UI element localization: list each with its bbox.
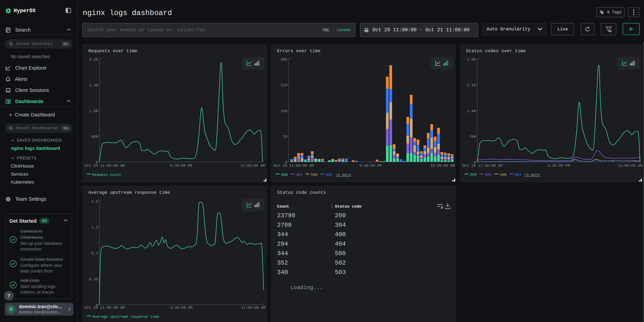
svg-text:+1 more: +1 more xyxy=(335,173,351,177)
svg-text:+3 more: +3 more xyxy=(524,173,540,177)
svg-text:2.4K: 2.4K xyxy=(89,83,98,88)
svg-text:11:00:00 AM: 11:00:00 AM xyxy=(241,306,266,310)
svg-text:1.1: 1.1 xyxy=(91,226,98,230)
svg-text:404: 404 xyxy=(296,173,303,177)
svg-text:400: 400 xyxy=(281,173,288,177)
svg-text:280: 280 xyxy=(280,58,287,62)
svg-text:294: 294 xyxy=(277,240,288,248)
svg-text:210: 210 xyxy=(280,83,287,88)
svg-text:344: 344 xyxy=(277,231,288,238)
svg-text:Oct 20 11:00:00 AM: Oct 20 11:00:00 AM xyxy=(84,306,125,310)
svg-text:200: 200 xyxy=(335,212,346,219)
svg-text:23798: 23798 xyxy=(277,212,295,219)
svg-text:2708: 2708 xyxy=(277,222,292,228)
svg-text:Oct 20 11:00:00 AM: Oct 20 11:00:00 AM xyxy=(274,164,314,168)
svg-text:502: 502 xyxy=(335,260,346,266)
svg-text:9:30:00 PM: 9:30:00 PM xyxy=(170,306,192,310)
svg-text:140: 140 xyxy=(280,109,287,113)
svg-text:Request count: Request count xyxy=(92,173,121,177)
svg-text:304: 304 xyxy=(485,173,492,177)
svg-text:11:00:00 AM: 11:00:00 AM xyxy=(618,164,642,168)
svg-text:502: 502 xyxy=(326,173,333,177)
svg-text:9:30:00 PM: 9:30:00 PM xyxy=(360,164,382,168)
svg-text:9:30:00 PM: 9:30:00 PM xyxy=(170,164,192,168)
svg-text:304: 304 xyxy=(335,222,346,228)
svg-text:340: 340 xyxy=(277,269,288,276)
svg-text:800: 800 xyxy=(91,135,98,139)
svg-text:352: 352 xyxy=(277,260,288,266)
svg-text:Count: Count xyxy=(277,204,289,209)
svg-text:404: 404 xyxy=(515,173,522,177)
svg-text:344: 344 xyxy=(277,250,288,257)
svg-text:2.8K: 2.8K xyxy=(467,58,476,62)
svg-text:400: 400 xyxy=(335,231,346,238)
svg-text:1.4: 1.4 xyxy=(91,200,98,204)
svg-text:0.35: 0.35 xyxy=(89,278,98,282)
svg-text:1.6K: 1.6K xyxy=(89,109,98,113)
svg-text:500: 500 xyxy=(311,173,318,177)
svg-text:Average upstream response time: Average upstream response time xyxy=(92,315,159,319)
svg-text:Status code: Status code xyxy=(335,204,362,209)
svg-text:400: 400 xyxy=(500,173,506,177)
svg-text:3.2K: 3.2K xyxy=(89,58,98,62)
svg-text:0.7: 0.7 xyxy=(91,252,98,256)
svg-text:Loading...: Loading... xyxy=(290,284,323,291)
svg-text:500: 500 xyxy=(335,250,346,257)
svg-text:700: 700 xyxy=(469,135,476,139)
svg-text:11:00:00 AM: 11:00:00 AM xyxy=(240,164,265,168)
svg-text:404: 404 xyxy=(335,240,346,248)
svg-text:9:30:00 PM: 9:30:00 PM xyxy=(548,164,570,168)
svg-text:Oct 20 11:00:00 AM: Oct 20 11:00:00 AM xyxy=(462,164,502,168)
svg-text:70: 70 xyxy=(283,135,287,139)
svg-text:503: 503 xyxy=(335,269,346,276)
svg-text:2.1K: 2.1K xyxy=(467,83,476,88)
svg-text:200: 200 xyxy=(470,173,476,177)
svg-text:10:30:00 AM: 10:30:00 AM xyxy=(430,164,455,168)
svg-text:1.4K: 1.4K xyxy=(467,109,476,113)
svg-text:Oct 20 11:00:00 AM: Oct 20 11:00:00 AM xyxy=(84,164,125,168)
